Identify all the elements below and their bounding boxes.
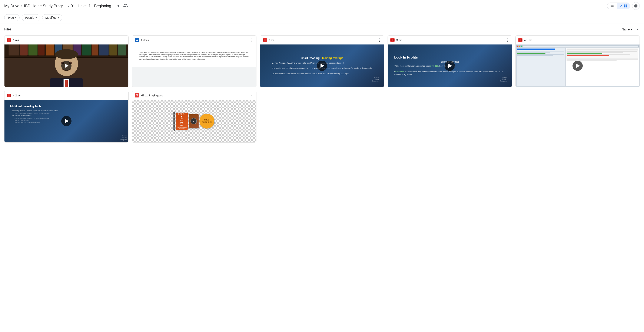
- people-filter-btn[interactable]: People ▾: [22, 14, 40, 21]
- more-options-header-icon[interactable]: ⋮: [636, 27, 640, 32]
- file-card-41avi[interactable]: 4.1.avi ⋮: [516, 35, 640, 87]
- thumb-41avi: [516, 44, 640, 87]
- thumb-3avi-title: Lock In Profits: [394, 56, 505, 60]
- sort-arrow-icon[interactable]: ↑: [618, 27, 620, 32]
- film-icon-3avi: [390, 38, 394, 42]
- svg-rect-2: [8, 44, 19, 55]
- filename-2avi: 2.avi: [268, 38, 376, 42]
- thumb-2avi-title: Chart Reading - Moving Average: [301, 56, 343, 60]
- more-options-hsl-png[interactable]: ⋮: [250, 93, 254, 98]
- files-grid: 1.avi ⋮: [4, 35, 640, 142]
- breadcrumb-dropdown-icon[interactable]: ▾: [118, 4, 120, 8]
- image-icon-hsl-png: 🖼: [135, 93, 139, 98]
- card-header-1avi: 1.avi ⋮: [4, 36, 128, 44]
- more-options-42avi[interactable]: ⋮: [122, 93, 126, 98]
- play-btn-2avi[interactable]: [317, 61, 327, 71]
- svg-rect-12: [99, 44, 109, 55]
- modified-chevron-icon: ▾: [58, 16, 59, 19]
- svg-rect-6: [46, 44, 54, 55]
- card-header-41avi: 4.1.avi ⋮: [516, 36, 640, 44]
- file-card-42avi[interactable]: 4.2.avi ⋮ Additional Investing Tools Boo…: [4, 91, 128, 142]
- preview-2avi: Chart Reading - Moving Average Moving Av…: [260, 44, 384, 87]
- type-chevron-icon: ▾: [15, 16, 16, 19]
- breadcrumb-sep-2: ›: [68, 4, 69, 8]
- preview-41avi: [516, 44, 640, 87]
- sort-name-chevron-icon: ▾: [630, 28, 632, 31]
- filename-41avi: 4.1.avi: [524, 38, 632, 42]
- filename-1docx: 1.docx: [141, 38, 248, 42]
- breadcrumb-bar: My Drive › IBD Home Study Progr... › 01 …: [0, 0, 644, 12]
- play-btn-42avi[interactable]: [61, 116, 72, 126]
- list-view-btn[interactable]: [607, 3, 617, 9]
- svg-rect-11: [92, 44, 98, 55]
- thumb-3avi: Lock In Profits Selling on Strength • Ta…: [388, 44, 512, 87]
- info-btn[interactable]: [632, 2, 640, 10]
- preview-42avi: Additional Investing Tools Books by Will…: [4, 100, 128, 142]
- breadcrumb-sep-1: ›: [21, 4, 22, 8]
- view-toggle: ✓: [607, 2, 630, 9]
- more-options-3avi[interactable]: ⋮: [506, 38, 509, 42]
- svg-rect-3: [20, 44, 28, 55]
- thumb-42avi-title: Additional Investing Tools: [10, 105, 123, 108]
- svg-rect-20: [65, 80, 68, 87]
- svg-point-17: [55, 49, 78, 59]
- preview-1avi: [4, 44, 128, 87]
- thumb-42avi-watermark: HomeStudyProgram: [120, 135, 127, 141]
- card-header-2avi: 2.avi ⋮: [260, 36, 384, 44]
- file-card-1docx[interactable]: W 1.docx ⋮ Hi, My name is ... with Inves…: [132, 35, 256, 87]
- film-icon-41avi: [518, 38, 522, 42]
- word-icon-1docx: W: [135, 38, 139, 42]
- film-icon-42avi: [7, 94, 11, 97]
- preview-3avi: Lock In Profits Selling on Strength • Ta…: [388, 44, 512, 87]
- card-header-3avi: 3.avi ⋮: [388, 36, 512, 44]
- type-filter-btn[interactable]: Type ▾: [4, 14, 20, 21]
- thumb-1avi: [4, 44, 128, 87]
- grid-view-btn[interactable]: ✓: [617, 3, 630, 9]
- breadcrumb-current: 01 - Level 1 - Beginning ...: [71, 4, 115, 8]
- files-title: Files: [4, 28, 12, 31]
- type-filter-label: Type: [8, 16, 14, 19]
- svg-rect-13: [110, 44, 117, 55]
- file-card-3avi[interactable]: 3.avi ⋮ Lock In Profits Selling on Stren…: [388, 35, 512, 87]
- more-options-1docx[interactable]: ⋮: [250, 38, 254, 42]
- film-icon-2avi: [262, 38, 267, 42]
- sort-name-btn[interactable]: Name ▾: [622, 28, 632, 31]
- play-btn-41avi[interactable]: [572, 61, 583, 71]
- file-card-hsl-png[interactable]: 🖼 HSL1_imgBig.png ⋮: [132, 91, 256, 142]
- sort-name-label: Name: [622, 28, 630, 31]
- manage-members-icon[interactable]: [123, 3, 128, 9]
- people-chevron-icon: ▾: [36, 16, 37, 19]
- filename-hsl-png: HSL1_imgBig.png: [141, 94, 248, 97]
- svg-rect-10: [82, 44, 91, 55]
- thumb-2avi-watermark: HomeStudyProgram: [372, 76, 379, 82]
- breadcrumb-ibd[interactable]: IBD Home Study Progr...: [24, 4, 66, 8]
- thumb-docx: Hi, My name is ... with Investor Busines…: [132, 44, 256, 67]
- svg-rect-4: [28, 44, 38, 55]
- more-options-1avi[interactable]: ⋮: [122, 38, 126, 42]
- file-card-1avi[interactable]: 1.avi ⋮: [4, 35, 128, 87]
- file-card-2avi[interactable]: 2.avi ⋮ Chart Reading - Moving Average M…: [260, 35, 384, 87]
- thumb-42avi: Additional Investing Tools Books by Will…: [4, 100, 128, 142]
- modified-filter-btn[interactable]: Modified ▾: [42, 14, 62, 21]
- more-options-41avi[interactable]: ⋮: [633, 38, 637, 42]
- thumb-3avi-watermark: HomeStudyProgram: [500, 76, 507, 82]
- filename-42avi: 4.2.avi: [13, 94, 120, 97]
- book-cover: LEVEL 1 Begin-ningStrate-gies FOR SUCCES…: [176, 112, 188, 130]
- more-options-2avi[interactable]: ⋮: [378, 38, 382, 42]
- play-btn-1avi[interactable]: [61, 61, 72, 71]
- card-header-42avi: 4.2.avi ⋮: [4, 91, 128, 100]
- files-sort: ↑ Name ▾ ⋮: [618, 27, 640, 32]
- thumb-2avi: Chart Reading - Moving Average Moving Av…: [260, 44, 384, 87]
- check-icon: ✓: [620, 4, 622, 8]
- filename-3avi: 3.avi: [396, 38, 504, 42]
- thumb-hsl-png: LEVEL 1 Begin-ningStrate-gies FOR SUCCES…: [132, 100, 256, 142]
- book-container: LEVEL 1 Begin-ningStrate-gies FOR SUCCES…: [174, 112, 214, 130]
- svg-rect-14: [118, 44, 126, 55]
- modified-filter-label: Modified: [45, 16, 56, 19]
- header-actions: ✓: [607, 2, 640, 10]
- preview-hsl-png: LEVEL 1 Begin-ningStrate-gies FOR SUCCES…: [132, 100, 256, 142]
- film-icon-1avi: [7, 38, 11, 42]
- card-header-hsl-png: 🖼 HSL1_imgBig.png ⋮: [132, 91, 256, 100]
- card-header-1docx: W 1.docx ⋮: [132, 36, 256, 44]
- breadcrumb-my-drive[interactable]: My Drive: [4, 4, 19, 8]
